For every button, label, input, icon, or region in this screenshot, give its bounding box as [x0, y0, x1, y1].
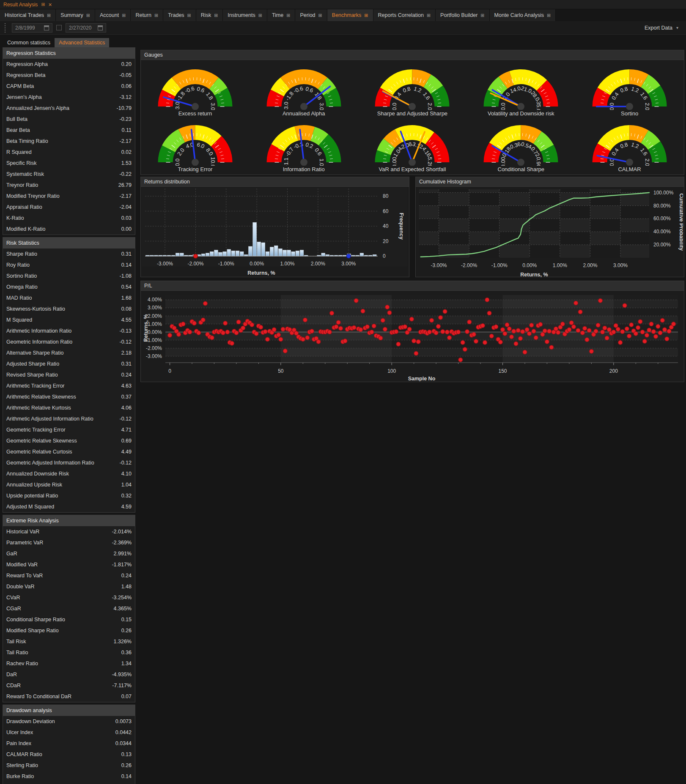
stats-row-dar[interactable]: DaR-4.935% [3, 669, 135, 680]
scatter-point [301, 337, 305, 341]
stats-row-bear-beta[interactable]: Bear Beta0.11 [3, 125, 135, 136]
stats-row-modified-treynor-ratio[interactable]: Modified Treynor Ratio-2.17 [3, 191, 135, 202]
stat-value: 0.26 [121, 628, 132, 634]
stats-row-annualized-downside-risk[interactable]: Annualized Downside Risk4.10 [3, 468, 135, 479]
subtab-common-statistics[interactable]: Common statistics [3, 38, 55, 47]
stats-row-r-squared[interactable]: R Squared0.02 [3, 147, 135, 158]
date-from-field[interactable]: 2/8/1999 [12, 23, 52, 33]
scatter-point [507, 327, 511, 331]
stats-row-ulcer-index[interactable]: Ulcer Index0.0442 [3, 727, 135, 738]
stats-row-pain-index[interactable]: Pain Index0.0344 [3, 738, 135, 749]
x-tick-label: 1.00% [553, 262, 567, 268]
stats-row-skewness-kurtosis-ratio[interactable]: Skewness-Kurtosis Ratio0.08 [3, 303, 135, 314]
stats-row-modified-var[interactable]: Modified VaR-1.817% [3, 559, 135, 570]
stats-row-sortino-ratio[interactable]: Sortino Ratio-1.08 [3, 270, 135, 281]
tab-period[interactable]: Period⊞ [295, 9, 327, 21]
stats-row-upside-potential-ratio[interactable]: Upside potential Ratio0.32 [3, 490, 135, 501]
stats-row-parametric-var[interactable]: Parametric VaR-2.369% [3, 537, 135, 548]
stats-row-conditional-sharpe-ratio[interactable]: Conditional Sharpe Ratio0.15 [3, 614, 135, 625]
stats-row-sterling-ratio[interactable]: Sterling Ratio0.26 [3, 760, 135, 771]
stat-label: Burke Ratio [6, 773, 34, 779]
export-data-button[interactable]: Export Data ▾ [645, 25, 682, 31]
tab-historical-trades[interactable]: Historical Trades⊞ [0, 9, 56, 21]
stats-row-k-ratio[interactable]: K-Ratio0.03 [3, 213, 135, 224]
stats-row-annualized-jensen-s-alpha[interactable]: Annualized Jensen's Alpha-10.79 [3, 103, 135, 114]
tab-trades[interactable]: Trades⊞ [163, 9, 196, 21]
stats-row-drawdown-deviation[interactable]: Drawdown Deviation0.0073 [3, 716, 135, 727]
stats-row-cvar[interactable]: CVaR-3.254% [3, 592, 135, 603]
stats-row-alternative-sharpe-ratio[interactable]: Alternative Sharpe Ratio2.18 [3, 347, 135, 358]
stats-row-capm-beta[interactable]: CAPM Beta0.06 [3, 81, 135, 92]
stat-value: -0.12 [120, 339, 132, 345]
stats-row-calmar-ratio[interactable]: CALMAR Ratio0.13 [3, 749, 135, 760]
stats-row-appraisal-ratio[interactable]: Appraisal Ratio-2.04 [3, 202, 135, 213]
stats-row-modified-k-ratio[interactable]: Modified K-Ratio0.00 [3, 224, 135, 235]
stats-row-reward-to-conditional-dar[interactable]: Reward To Conditional DaR0.07 [3, 691, 135, 702]
stats-row-burke-ratio[interactable]: Burke Ratio0.14 [3, 771, 135, 782]
stats-row-arithmetic-relative-skewness[interactable]: Arithmetic Relative Skewness0.37 [3, 391, 135, 402]
stats-row-modified-sharpe-ratio[interactable]: Modified Sharpe Ratio0.26 [3, 625, 135, 636]
tab-monte-carlo-analysis[interactable]: Monte Carlo Analysis⊞ [490, 9, 556, 21]
tab-window-icon: ⊞ [480, 13, 484, 18]
stats-row-modified-burke-ratio[interactable]: Modified Burke Ratio2.27 [3, 782, 135, 784]
gauge-tick-label: 0.0 [500, 103, 506, 110]
stats-row-revised-sharpe-ratio[interactable]: Revised Sharpe Ratio0.24 [3, 369, 135, 380]
stats-row-reward-to-var[interactable]: Reward To VaR0.24 [3, 570, 135, 581]
stats-row-systematic-risk[interactable]: Systematic Risk-0.22 [3, 169, 135, 180]
stats-row-double-var[interactable]: Double VaR1.48 [3, 581, 135, 592]
tab-risk[interactable]: Risk⊞ [196, 9, 223, 21]
stats-row-regression-beta[interactable]: Regression Beta-0.05 [3, 70, 135, 81]
stats-row-m-squared[interactable]: M Squared4.55 [3, 314, 135, 325]
stats-row-rachev-ratio[interactable]: Rachev Ratio1.34 [3, 658, 135, 669]
calendar-icon[interactable] [44, 25, 49, 30]
stats-row-beta-timing-ratio[interactable]: Beta Timing Ratio-2.17 [3, 136, 135, 147]
subtab-advanced-statistics[interactable]: Advanced Statistics [55, 38, 109, 47]
stats-row-bull-beta[interactable]: Bull Beta-0.23 [3, 114, 135, 125]
stats-row-annualized-upside-risk[interactable]: Annualized Upside Risk1.04 [3, 479, 135, 490]
date-from-value: 2/8/1999 [15, 25, 35, 31]
stats-row-historical-var[interactable]: Historical VaR-2.014% [3, 526, 135, 537]
stats-row-jensen-s-alpha[interactable]: Jensen's Alpha-3.12 [3, 92, 135, 103]
stats-row-roy-ratio[interactable]: Roy Ratio0.14 [3, 260, 135, 270]
stat-value: 0.31 [121, 251, 132, 257]
cumulative-histogram-header: Cumulative Histogram [416, 177, 684, 187]
stats-row-arithmetic-information-ratio[interactable]: Arithmetic Information Ratio-0.13 [3, 325, 135, 336]
stats-row-gar[interactable]: GaR2.991% [3, 548, 135, 559]
stats-row-treynor-ratio[interactable]: Treynor Ratio26.79 [3, 180, 135, 191]
stats-row-mad-ratio[interactable]: MAD Ratio1.68 [3, 292, 135, 303]
stats-row-arithmetic-relative-kurtosis[interactable]: Arithmetic Relative Kurtosis4.06 [3, 402, 135, 413]
close-icon[interactable]: × [49, 2, 52, 8]
tab-account[interactable]: Account⊞ [95, 9, 131, 21]
tab-return[interactable]: Return⊞ [131, 9, 163, 21]
date-to-field[interactable]: 2/27/2020 [66, 23, 106, 33]
tab-summary[interactable]: Summary⊞ [56, 9, 95, 21]
tab-time[interactable]: Time⊞ [267, 9, 296, 21]
stats-row-cgar[interactable]: CGaR4.365% [3, 603, 135, 614]
stats-row-geometric-relative-curtosis[interactable]: Geometric Relative Curtosis4.49 [3, 446, 135, 457]
stats-row-tail-risk[interactable]: Tail Risk1.326% [3, 636, 135, 647]
tab-portfolio-builder[interactable]: Portfolio Builder⊞ [436, 9, 489, 21]
stats-row-geometric-information-ratio[interactable]: Geometric Information Ratio-0.12 [3, 336, 135, 347]
stats-row-arithmetic-adjusted-information-ratio[interactable]: Arithmetic Adjusted Information Ratio-0.… [3, 413, 135, 424]
toolbar-grip[interactable] [4, 23, 6, 33]
stats-row-cdar[interactable]: CDaR-7.117% [3, 680, 135, 691]
tab-instruments[interactable]: Instruments⊞ [223, 9, 267, 21]
stats-row-geometric-relative-skewness[interactable]: Geometric Relative Skewness0.69 [3, 435, 135, 446]
stats-row-geometric-tracking-error[interactable]: Geometric Tracking Error4.71 [3, 424, 135, 435]
calendar-icon[interactable] [98, 25, 103, 30]
date-range-checkbox[interactable] [56, 25, 62, 30]
stats-row-adjusted-sharpe-ratio[interactable]: Adjusted Sharpe Ratio0.31 [3, 358, 135, 369]
tab-reports-correlation[interactable]: Reports Correlation⊞ [373, 9, 436, 21]
checker-cell [469, 206, 499, 219]
stats-row-sharpe-ratio[interactable]: Sharpe Ratio0.31 [3, 249, 135, 260]
stats-row-tail-ratio[interactable]: Tail Ratio0.36 [3, 647, 135, 658]
scatter-point [521, 330, 525, 334]
tab-benchmarks[interactable]: Benchmarks⊞ [327, 9, 373, 21]
stats-row-regression-alpha[interactable]: Regression Alpha0.20 [3, 59, 135, 70]
stats-row-arithmetic-tracking-error[interactable]: Arithmetic Tracking Error4.63 [3, 380, 135, 391]
stats-row-specific-risk[interactable]: Specific Risk1.53 [3, 158, 135, 169]
stats-row-omega-ratio[interactable]: Omega Ratio0.54 [3, 281, 135, 292]
stats-row-geometric-adjusted-information-ratio[interactable]: Geometric Adjusted Information Ratio-0.1… [3, 457, 135, 468]
stats-row-adjusted-m-squared[interactable]: Adjusted M Squared4.59 [3, 501, 135, 512]
scatter-point [361, 309, 365, 313]
